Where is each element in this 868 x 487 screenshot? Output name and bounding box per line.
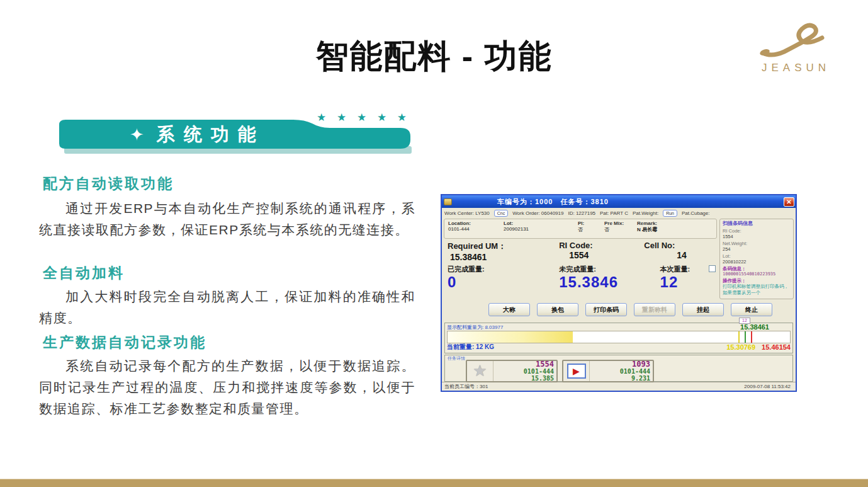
section-heading-auto-feed: 全自动加料 <box>43 263 125 283</box>
scan-hint-text: 打印机和标签调整后打印条码，如果需要从另一个 <box>723 284 791 295</box>
terminate-button[interactable]: 终止 <box>731 303 772 316</box>
field-label: Pre Mix: <box>604 221 637 226</box>
task-values: 1554 0101-444 15.385 <box>493 361 556 381</box>
field-required-um: Required UM： 15.38461 <box>448 241 559 263</box>
task-card[interactable]: ▶ 1093 0101-444 9.231 <box>562 360 654 382</box>
field-value: 14 <box>644 250 713 260</box>
tasks-group-label: 任务详情 <box>448 355 465 362</box>
print-barcode-button[interactable]: 打印条码 <box>585 303 627 316</box>
footer-gold-bar <box>0 479 868 487</box>
scan-hint-label: 操作提示： <box>723 278 791 284</box>
employee-id-status: 当前员工编号：301 <box>444 383 488 390</box>
section-heading-data-record: 生产数据自动记录功能 <box>43 333 206 352</box>
diamond-star-icon: ✦ <box>130 125 144 145</box>
progress-bar <box>447 331 791 343</box>
play-icon-box: ▶ <box>567 364 586 379</box>
page-title: 智能配料 - 功能 <box>0 35 868 79</box>
app-title: 车编号为：1000 任务号：3810 <box>497 197 609 207</box>
tolerance-values: 15.30769 15.46154 <box>726 343 791 351</box>
field-value: 200902131 <box>504 226 578 232</box>
section-banner: ★ ★ ★ ★ ★ ✦ 系统功能 <box>55 111 417 159</box>
buttons-row: 大称 换包 打印条码 重新称料 挂起 终止 12 <box>442 300 796 323</box>
close-button[interactable]: ✕ <box>784 197 794 207</box>
weight-row: 已完成重量: 0 未完成重量: 15.3846 本次重量: 12 <box>444 263 717 292</box>
section-body-recipe-read: 通过开发ERP与本自动化生产控制系统的通讯程序，系统直接读取配方参数，保证ERP… <box>39 198 415 241</box>
field-ri-code: RI Code: 1554 <box>559 241 644 263</box>
field-label: PI: <box>578 221 604 226</box>
field-label: Remark: <box>637 221 713 226</box>
section-body-data-record: 系统自动记录每个配方的生产数据，以便于数据追踪。同时记录生产过程的温度、压力和搅… <box>39 355 415 420</box>
field-value: 1554 <box>559 250 644 260</box>
run-button[interactable]: Run <box>663 210 677 217</box>
scan-barcode-label: 条码信息： <box>723 266 791 272</box>
field-remark: Remark: N 易长霉 <box>637 221 713 236</box>
app-left-column: Location: 0101-444 Lot: 200902131 PI: 否 … <box>444 219 717 300</box>
field-value: N 易长霉 <box>637 226 713 233</box>
reweigh-button: 重新称料 <box>634 303 675 316</box>
scan-net-weight-value: 254 <box>723 246 791 253</box>
high-limit-value: 15.46154 <box>762 343 791 351</box>
task-location: 0101-444 <box>524 368 554 375</box>
field-pi: PI: 否 <box>578 221 604 236</box>
current-weight-label: 当前重量: 12 KG <box>447 343 494 352</box>
task-weight: 9.231 <box>631 375 650 382</box>
field-value: 0 <box>448 274 559 290</box>
pat-cubage-label: Pat.Cubage: <box>682 210 709 216</box>
play-icon: ▶ <box>573 367 580 375</box>
app-main-area: Location: 0101-444 Lot: 200902131 PI: 否 … <box>442 218 796 300</box>
scan-barcode-value: 10000015540810223935 <box>723 272 791 278</box>
pat-label: Pat: PART C <box>600 210 628 216</box>
timestamp-status: 2009-07-08 11:53:42 <box>744 384 791 389</box>
field-value: 否 <box>604 226 637 233</box>
field-value: 15.38461 <box>448 252 559 262</box>
field-current-batch-weight: 本次重量: 12 <box>660 265 713 292</box>
star-icon: ★ <box>473 363 487 379</box>
required-row: Required UM： 15.38461 RI Code: 1554 Cell… <box>444 239 717 263</box>
id-label: ID: 1227195 <box>568 210 595 216</box>
app-window: 车编号为：1000 任务号：3810 ✕ Work Center: LY530 … <box>441 194 797 392</box>
change-bag-button[interactable]: 换包 <box>537 303 578 316</box>
marker-low-yellow <box>738 331 740 343</box>
scan-lot-label: Lot: <box>723 253 791 260</box>
task-weight: 15.385 <box>531 375 554 382</box>
jeasun-logo-icon <box>759 21 828 60</box>
app-header-row: Work Center: LY530 Cnc Work Order: 06040… <box>442 208 796 218</box>
task-location: 0101-444 <box>620 368 650 375</box>
field-lot: Lot: 200902131 <box>504 221 578 236</box>
section-body-auto-feed: 加入大料时段完全自动脱离人工，保证加料的准确性和精度。 <box>39 286 415 329</box>
field-label: Cell No: <box>644 241 713 250</box>
progress-bar-fill <box>448 331 573 343</box>
scan-ri-code-label: RI Code: <box>723 228 791 234</box>
section-heading-recipe-read: 配方自动读取功能 <box>43 174 174 193</box>
scan-panel-title: 扫描条码信息 <box>723 221 791 227</box>
big-scale-button[interactable]: 大称 <box>488 303 530 316</box>
field-value: 15.3846 <box>559 274 660 290</box>
banner-label: ✦ 系统功能 <box>130 121 265 149</box>
scan-ri-code-value: 1554 <box>723 234 791 240</box>
marker-high-red <box>751 331 752 343</box>
jeasun-logo: JEASUN <box>757 21 831 74</box>
cnc-button[interactable]: Cnc <box>494 210 508 217</box>
progress-caption: 显示配料重量为: 8.03977 <box>447 324 503 331</box>
task-icon-box: ★ <box>467 361 493 381</box>
field-value: 12 <box>660 274 713 290</box>
app-titlebar[interactable]: 车编号为：1000 任务号：3810 ✕ <box>442 195 796 208</box>
weight-checkbox[interactable] <box>709 265 716 272</box>
task-card[interactable]: ★ 1554 0101-444 15.385 <box>466 360 558 382</box>
field-value: 0101-444 <box>448 226 504 232</box>
slide: 智能配料 - 功能 JEASUN ★ ★ ★ ★ ★ ✦ 系统功能 配方自动读取… <box>0 0 868 487</box>
field-pre-mix: Pre Mix: 否 <box>604 221 637 236</box>
progress-group: 显示配料重量为: 8.03977 15.38461 当前重量: 12 KG 15… <box>444 323 793 353</box>
low-limit-value: 15.30769 <box>726 343 755 351</box>
work-center-label: Work Center: LY530 <box>444 210 490 216</box>
scan-panel: 扫描条码信息 RI Code: 1554 Net.Weight: 254 Lot… <box>719 219 794 299</box>
field-completed-weight: 已完成重量: 0 <box>448 265 559 292</box>
progress-header: 显示配料重量为: 8.03977 15.38461 <box>447 324 791 331</box>
field-label: RI Code: <box>559 241 644 250</box>
pat-weight-label: Pat.Weight: <box>633 210 658 216</box>
task-code: 1093 <box>632 360 650 368</box>
cell-mini-value: 12 <box>739 318 750 324</box>
suspend-button[interactable]: 挂起 <box>682 303 724 316</box>
marker-target-green <box>745 331 746 343</box>
work-order-label: Work Order: 06040919 <box>512 210 563 216</box>
